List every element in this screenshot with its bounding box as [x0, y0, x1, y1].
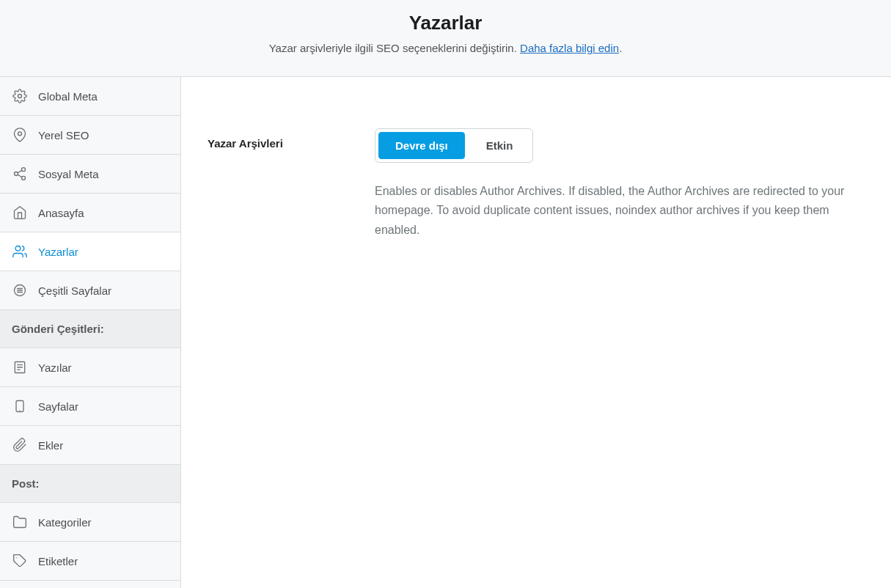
sidebar-section-post-types: Gönderi Çeşitleri: — [0, 310, 180, 348]
sidebar-item-label: Kategoriler — [38, 516, 92, 529]
sidebar-item-label: Ekler — [38, 439, 63, 452]
svg-line-5 — [18, 174, 22, 177]
svg-line-6 — [18, 170, 22, 172]
learn-more-link[interactable]: Daha fazla bilgi edin — [520, 42, 619, 54]
share-icon — [12, 166, 28, 182]
page-icon — [12, 398, 28, 414]
sidebar-item-sosyal-meta[interactable]: Sosyal Meta — [0, 155, 180, 194]
pin-icon — [12, 127, 28, 143]
page-subtitle: Yazar arşivleriyle ilgili SEO seçenekler… — [15, 42, 876, 54]
sidebar-item-label: Çeşitli Sayfalar — [38, 284, 111, 297]
folder-icon — [12, 514, 28, 530]
page-header: Yazarlar Yazar arşivleriyle ilgili SEO s… — [0, 0, 891, 77]
sidebar-item-global-meta[interactable]: Global Meta — [0, 77, 180, 116]
sidebar-item-label: Yerel SEO — [38, 129, 89, 142]
sidebar-item-ekler[interactable]: Ekler — [0, 426, 180, 465]
sidebar-item-sayfalar[interactable]: Sayfalar — [0, 387, 180, 426]
sidebar-item-label: Etiketler — [38, 555, 78, 567]
setting-author-archives: Yazar Arşivleri Devre dışı Etkin Enables… — [208, 128, 865, 240]
toggle-enabled-button[interactable]: Etkin — [469, 132, 530, 159]
sidebar-item-label: Sayfalar — [38, 400, 78, 413]
text-lines-icon — [12, 282, 28, 298]
author-archives-toggle: Devre dışı Etkin — [375, 128, 533, 163]
users-icon — [12, 243, 28, 260]
post-icon — [12, 359, 28, 375]
sidebar-item-yerel-seo[interactable]: Yerel SEO — [0, 116, 180, 155]
sidebar-item-label: Global Meta — [38, 90, 98, 103]
sidebar-item-label: Yazılar — [38, 361, 72, 374]
svg-point-1 — [18, 132, 22, 136]
sidebar-item-etiketler[interactable]: Etiketler — [0, 542, 180, 581]
setting-label-author-archives: Yazar Arşivleri — [208, 128, 375, 150]
sidebar-item-anasayfa[interactable]: Anasayfa — [0, 194, 180, 232]
sidebar-item-label: Yazarlar — [38, 246, 78, 258]
toggle-disabled-button[interactable]: Devre dışı — [378, 132, 465, 159]
sidebar-item-yazarlar[interactable]: Yazarlar — [0, 232, 180, 271]
sidebar-item-kategoriler[interactable]: Kategoriler — [0, 503, 180, 542]
subtitle-period: . — [619, 42, 622, 54]
sidebar: Global Meta Yerel SEO Sosyal Meta Anasay… — [0, 77, 181, 588]
clip-icon — [12, 437, 28, 453]
sidebar-section-post: Post: — [0, 465, 180, 503]
svg-point-0 — [18, 95, 22, 98]
home-icon — [12, 205, 28, 221]
setting-description: Enables or disables Author Archives. If … — [375, 182, 865, 240]
sidebar-item-cesitli-sayfalar[interactable]: Çeşitli Sayfalar — [0, 271, 180, 310]
sidebar-item-label: Anasayfa — [38, 207, 84, 219]
tag-icon — [12, 553, 28, 569]
main-content: Yazar Arşivleri Devre dışı Etkin Enables… — [181, 77, 891, 588]
page-subtitle-text: Yazar arşivleriyle ilgili SEO seçenekler… — [269, 42, 520, 54]
sidebar-item-label: Sosyal Meta — [38, 168, 99, 180]
sidebar-item-yazilar[interactable]: Yazılar — [0, 348, 180, 387]
gear-icon — [12, 88, 28, 104]
svg-point-7 — [15, 246, 21, 251]
page-title: Yazarlar — [15, 12, 876, 34]
